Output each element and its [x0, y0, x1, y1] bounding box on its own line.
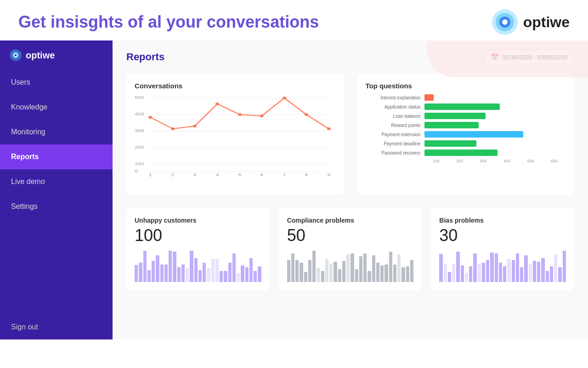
stat-unhappy-label: Unhappy customers [135, 217, 261, 224]
bar-row: Payment extension [366, 131, 566, 138]
stat-compliance-value: 50 [287, 226, 414, 245]
top-questions-chart: Top questions Interest explanationApplic… [357, 74, 575, 195]
svg-point-20 [148, 116, 152, 119]
bar-label: Password recovery [366, 150, 421, 155]
mini-bar [359, 256, 362, 282]
svg-point-26 [283, 97, 286, 99]
bar-fill [424, 140, 476, 147]
bar-track [424, 122, 566, 128]
mini-bar [220, 271, 223, 282]
mini-bar [503, 266, 506, 282]
mini-bar [325, 259, 328, 282]
bar-track [424, 140, 566, 147]
mini-bar [190, 251, 193, 282]
bar-label: Payment deadline [366, 141, 421, 146]
mini-bar [338, 269, 341, 282]
mini-bar [401, 267, 405, 282]
bar-chart-container: Interest explanationApplication statusLo… [366, 94, 566, 186]
mini-bar [194, 258, 198, 282]
mini-bar [203, 263, 206, 282]
bar-label: Application status [366, 104, 421, 109]
mini-bar [444, 264, 447, 282]
header: Get insisghts of al your conversations o… [0, 0, 588, 40]
mini-bar [173, 252, 176, 282]
mini-bar [372, 255, 375, 282]
svg-point-21 [171, 127, 175, 130]
svg-text:400: 400 [135, 112, 144, 116]
mini-bar [380, 265, 384, 282]
mini-bar [198, 270, 202, 282]
x-label-500: 500 [519, 159, 542, 163]
stat-unhappy-value: 100 [135, 226, 261, 245]
bar-track [424, 104, 566, 110]
mini-bar [469, 266, 472, 282]
mini-bar [368, 271, 371, 282]
bar-row: Loan balance [366, 113, 566, 119]
calendar-icon: 📅 [491, 53, 498, 61]
mini-bar-chart-compliance [287, 250, 414, 282]
mini-bar [228, 263, 232, 282]
mini-bar [448, 272, 451, 282]
mini-bar [143, 251, 147, 282]
mini-bar [224, 271, 227, 282]
top-questions-title: Top questions [366, 82, 566, 90]
sidebar-item-settings[interactable]: Settings [0, 194, 113, 219]
mini-bar [215, 259, 219, 282]
mini-bar [304, 272, 307, 282]
conversations-chart-title: Conversations [135, 82, 335, 90]
mini-bar [490, 253, 493, 282]
bar-label: Interest explanation [366, 95, 421, 100]
mini-bar [524, 255, 527, 282]
bar-track [424, 113, 566, 119]
date-picker[interactable]: 📅 02/30/2020 - 03/05/2020 [484, 50, 574, 64]
svg-text:1: 1 [149, 172, 152, 177]
sidebar-logo-label: optiwe [26, 50, 55, 61]
sidebar-item-knowledge[interactable]: Knowledge [0, 95, 113, 120]
sidebar-item-users[interactable]: Users [0, 70, 113, 95]
mini-bar [308, 260, 311, 282]
mini-bar [160, 264, 164, 282]
mini-bar [482, 263, 485, 282]
bar-row: Reward points [366, 122, 566, 128]
mini-bar [478, 264, 481, 282]
mini-bar [507, 259, 510, 282]
main-content: Reports 📅 02/30/2020 - 03/05/2020 Conver… [113, 40, 588, 339]
bar-row: Interest explanation [366, 94, 566, 101]
mini-bar [245, 267, 249, 282]
stat-bias-label: Bias problems [439, 217, 566, 224]
mini-bar [393, 264, 396, 282]
mini-bar [541, 258, 544, 282]
svg-text:9: 9 [327, 172, 330, 177]
mini-bar [342, 261, 345, 282]
mini-bar [186, 268, 189, 282]
stat-bias-problems: Bias problems 30 [431, 208, 574, 290]
mini-bar [156, 255, 159, 282]
x-label-300: 300 [471, 159, 495, 163]
svg-text:2: 2 [171, 172, 175, 177]
sign-out-button[interactable]: Sign out [0, 315, 113, 339]
line-chart-container: 500 400 300 200 100 0 [135, 94, 335, 186]
mini-bar [516, 253, 519, 282]
sidebar-item-live-demo[interactable]: Live demo [0, 169, 113, 194]
svg-text:7: 7 [283, 172, 286, 177]
mini-bar [346, 254, 350, 282]
main-layout: optiwe Users Knowledge Monitoring Report… [0, 40, 588, 339]
sidebar-item-monitoring[interactable]: Monitoring [0, 120, 113, 144]
mini-bar [465, 273, 468, 282]
svg-text:6: 6 [260, 172, 263, 177]
svg-text:500: 500 [135, 95, 144, 100]
mini-bar [389, 252, 392, 282]
sidebar-item-reports[interactable]: Reports [0, 144, 113, 169]
mini-bar [321, 271, 324, 282]
mini-bar [376, 263, 379, 282]
mini-bar [300, 263, 303, 282]
mini-bar [258, 266, 261, 282]
mini-bar [486, 260, 489, 282]
mini-bar [546, 271, 549, 282]
mini-bar [520, 267, 523, 282]
mini-bar [456, 252, 459, 282]
mini-bar [164, 264, 168, 282]
line-chart-svg: 500 400 300 200 100 0 [135, 94, 335, 177]
stat-unhappy-customers: Unhappy customers 100 [126, 208, 270, 290]
mini-bar [558, 267, 561, 282]
